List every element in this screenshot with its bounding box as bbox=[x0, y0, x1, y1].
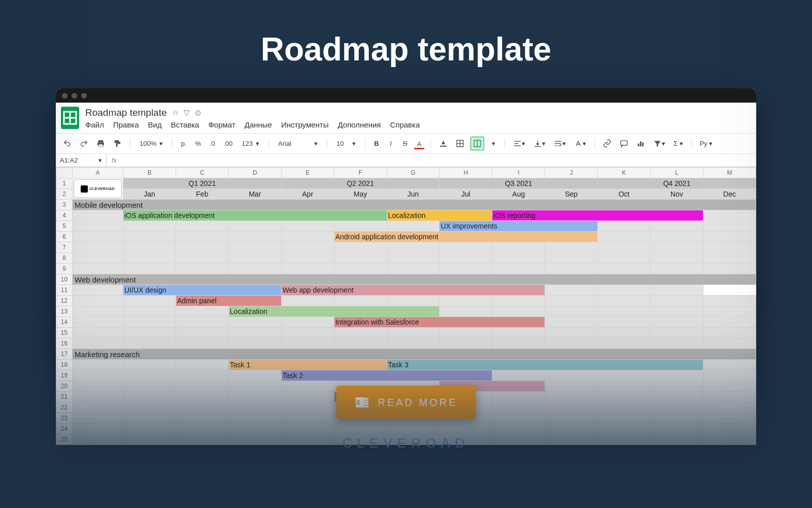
gantt-bar[interactable]: Web app development bbox=[281, 285, 545, 296]
increase-decimal-button[interactable]: .00 bbox=[221, 138, 234, 149]
gantt-bar[interactable]: Localization bbox=[387, 210, 492, 221]
print-button[interactable] bbox=[94, 137, 107, 150]
row-header[interactable]: 24 bbox=[56, 424, 73, 434]
col-header[interactable]: G bbox=[387, 168, 439, 178]
row-header[interactable]: 2 bbox=[56, 189, 73, 200]
gantt-bar[interactable]: Integration with Salesforce bbox=[334, 317, 545, 328]
month-cell[interactable]: Mar bbox=[228, 189, 281, 200]
gantt-bar[interactable]: UI/UX design bbox=[123, 285, 282, 296]
gantt-bar[interactable]: Task 3 bbox=[387, 360, 703, 370]
horizontal-align-button[interactable]: ▾ bbox=[511, 137, 527, 150]
gantt-bar[interactable]: iOS reporting bbox=[492, 210, 703, 221]
row-header[interactable]: 10 bbox=[56, 274, 73, 285]
text-color-button[interactable]: A bbox=[414, 138, 424, 149]
row-header[interactable]: 12 bbox=[56, 296, 73, 306]
row-header[interactable]: 22 bbox=[56, 402, 73, 413]
maximize-icon[interactable] bbox=[81, 93, 87, 99]
menu-view[interactable]: Вид bbox=[148, 120, 162, 129]
input-tools-button[interactable]: Ру ▾ bbox=[698, 138, 715, 149]
col-header[interactable]: A bbox=[73, 168, 123, 178]
gantt-bar[interactable]: iOS application development bbox=[123, 210, 387, 221]
currency-button[interactable]: p. bbox=[179, 138, 189, 149]
strikethrough-button[interactable]: S bbox=[400, 138, 410, 149]
menu-edit[interactable]: Правка bbox=[113, 120, 139, 129]
row-header[interactable]: 7 bbox=[56, 242, 73, 253]
gantt-bar[interactable]: Admin panel bbox=[176, 296, 281, 306]
borders-button[interactable] bbox=[454, 137, 466, 150]
section-header[interactable]: Mobile development bbox=[73, 200, 756, 210]
menu-tools[interactable]: Инструменты bbox=[281, 120, 329, 129]
row-header[interactable]: 14 bbox=[56, 317, 73, 328]
menu-addons[interactable]: Дополнения bbox=[338, 120, 381, 129]
bold-button[interactable]: B bbox=[371, 138, 382, 149]
month-cell[interactable]: Dec bbox=[703, 189, 756, 200]
gantt-bar[interactable]: Localization bbox=[228, 306, 439, 317]
gantt-bar[interactable]: UX improvements bbox=[439, 221, 598, 232]
quarter-cell[interactable]: Q3 2021 bbox=[439, 178, 598, 189]
gantt-bar[interactable]: Android application development bbox=[334, 232, 598, 242]
paint-format-button[interactable] bbox=[111, 137, 124, 150]
month-cell[interactable]: Aug bbox=[492, 189, 545, 200]
col-header[interactable]: J bbox=[545, 168, 598, 178]
col-header[interactable]: B bbox=[123, 168, 176, 178]
comment-button[interactable] bbox=[618, 137, 630, 150]
star-icon[interactable]: ☆ bbox=[172, 108, 179, 117]
menu-help[interactable]: Справка bbox=[390, 120, 420, 129]
month-cell[interactable]: Jan bbox=[123, 189, 176, 200]
text-wrap-button[interactable]: ▾ bbox=[552, 137, 568, 150]
month-cell[interactable]: Jul bbox=[439, 189, 492, 200]
number-format-dropdown[interactable]: 123▾ bbox=[239, 139, 262, 148]
row-header[interactable]: 23 bbox=[56, 413, 73, 424]
gantt-bar[interactable]: Task 2 bbox=[281, 370, 492, 381]
close-icon[interactable] bbox=[62, 93, 67, 99]
quarter-cell[interactable]: Q2 2021 bbox=[281, 178, 439, 189]
cloud-icon[interactable]: ⊙ bbox=[195, 108, 201, 117]
row-header[interactable]: 1 bbox=[56, 178, 73, 189]
row-header[interactable]: 25 bbox=[56, 434, 73, 445]
row-header[interactable]: 3 bbox=[56, 200, 73, 210]
read-more-button[interactable]: X READ MORE bbox=[336, 386, 476, 419]
redo-button[interactable] bbox=[78, 137, 90, 150]
col-header[interactable]: I bbox=[492, 168, 545, 178]
col-header[interactable]: H bbox=[439, 168, 492, 178]
row-header[interactable]: 15 bbox=[56, 328, 73, 338]
row-header[interactable]: 5 bbox=[56, 221, 73, 232]
month-cell[interactable]: Feb bbox=[176, 189, 228, 200]
col-header[interactable]: K bbox=[598, 168, 651, 178]
font-dropdown[interactable]: Arial ▾ bbox=[275, 139, 321, 148]
row-header[interactable]: 11 bbox=[56, 285, 73, 296]
row-header[interactable]: 18 bbox=[56, 360, 73, 370]
merge-cells-button[interactable] bbox=[470, 137, 484, 150]
row-header[interactable]: 9 bbox=[56, 264, 73, 274]
month-cell[interactable]: Sep bbox=[545, 189, 598, 200]
row-header[interactable]: 4 bbox=[56, 210, 73, 221]
vertical-align-button[interactable]: ▾ bbox=[531, 137, 548, 150]
month-cell[interactable]: Nov bbox=[651, 189, 703, 200]
text-rotation-button[interactable]: ▾ bbox=[572, 137, 588, 150]
fill-color-button[interactable] bbox=[437, 137, 450, 150]
row-header[interactable]: 20 bbox=[56, 381, 73, 392]
col-header[interactable]: L bbox=[651, 168, 703, 178]
col-header[interactable]: F bbox=[334, 168, 387, 178]
logo-cell[interactable]: CLEVEROAD bbox=[73, 178, 123, 200]
month-cell[interactable]: Apr bbox=[281, 189, 334, 200]
month-cell[interactable]: Oct bbox=[598, 189, 651, 200]
percent-button[interactable]: % bbox=[193, 138, 203, 149]
merge-dropdown-icon[interactable]: ▾ bbox=[488, 138, 498, 149]
decrease-decimal-button[interactable]: .0 bbox=[207, 138, 217, 149]
gantt-bar[interactable]: Task 1 bbox=[228, 360, 387, 370]
section-header[interactable]: Web development bbox=[73, 274, 756, 285]
move-icon[interactable]: ▽ bbox=[184, 108, 190, 117]
functions-button[interactable]: Σ ▾ bbox=[671, 138, 685, 149]
document-name[interactable]: Roadmap template bbox=[85, 107, 167, 118]
row-header[interactable]: 21 bbox=[56, 392, 73, 402]
row-header[interactable]: 16 bbox=[56, 338, 73, 349]
name-box[interactable]: A1:A2▾ bbox=[56, 154, 107, 167]
month-cell[interactable]: May bbox=[334, 189, 387, 200]
row-header[interactable]: 6 bbox=[56, 232, 73, 242]
col-header[interactable]: D bbox=[228, 168, 281, 178]
menu-insert[interactable]: Вставка bbox=[171, 120, 199, 129]
zoom-dropdown[interactable]: 100% ▾ bbox=[137, 139, 166, 148]
menu-file[interactable]: Файл bbox=[85, 120, 104, 129]
link-button[interactable] bbox=[601, 137, 614, 150]
